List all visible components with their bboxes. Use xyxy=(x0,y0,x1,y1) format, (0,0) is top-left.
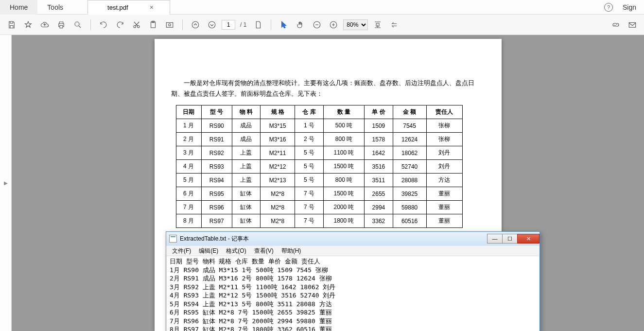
table-row: 7 月RS96缸体M2*87 号2000 吨299459880董丽 xyxy=(176,201,462,214)
svg-point-0 xyxy=(75,22,79,26)
table-cell: M2*8 xyxy=(260,214,295,228)
camera-icon[interactable] xyxy=(163,18,176,32)
table-cell: 上盖 xyxy=(232,160,260,174)
page-up-icon[interactable] xyxy=(189,18,202,32)
table-row: 8 月RS97缸体M2*87 号1800 吨336260516董丽 xyxy=(176,214,462,228)
table-cell: RS96 xyxy=(201,201,232,214)
table-cell: 3362 xyxy=(365,214,393,228)
cursor-icon[interactable] xyxy=(277,18,291,32)
redo-icon[interactable] xyxy=(113,18,127,32)
menu-file[interactable]: 文件(F) xyxy=(168,247,195,255)
table-cell: 董丽 xyxy=(426,214,462,228)
search-icon[interactable] xyxy=(71,18,85,32)
notepad-textarea[interactable]: 日期 型号 物料 规格 仓库 数量 单价 金额 责任人 1月 RS90 成品 M… xyxy=(166,256,540,331)
star-icon[interactable] xyxy=(21,18,35,32)
svg-rect-11 xyxy=(629,22,636,27)
table-cell: M2*12 xyxy=(260,160,295,174)
page-down-icon[interactable] xyxy=(205,18,219,32)
tab-title: test.pdf xyxy=(107,4,128,11)
separator xyxy=(182,19,183,30)
mail-icon[interactable] xyxy=(626,18,639,32)
cut-icon[interactable] xyxy=(130,18,143,32)
scroll-icon[interactable] xyxy=(387,18,401,32)
table-cell: RS93 xyxy=(201,160,232,174)
table-cell: 39825 xyxy=(393,187,426,201)
table-cell: 1 号 xyxy=(295,119,323,133)
table-row: 4 月RS93上盖M2*125 号1500 吨351652740刘丹 xyxy=(176,160,462,174)
svg-point-6 xyxy=(169,23,171,26)
table-cell: 董丽 xyxy=(426,201,462,214)
undo-icon[interactable] xyxy=(97,18,110,32)
sign-button[interactable]: Sign xyxy=(623,3,636,11)
notepad-titlebar[interactable]: ExtractedTable.txt - 记事本 — ☐ ✕ xyxy=(166,232,540,245)
table-cell: M2*11 xyxy=(260,146,295,160)
zoom-out-icon[interactable] xyxy=(310,18,324,32)
table-cell: 7545 xyxy=(393,119,426,133)
table-cell: 5 号 xyxy=(295,160,323,174)
table-cell: 张柳 xyxy=(426,119,462,133)
table-cell: 方达 xyxy=(426,174,462,187)
sidebar-expand[interactable]: ▶ xyxy=(0,35,12,331)
table-cell: 1100 吨 xyxy=(323,146,365,160)
svg-point-8 xyxy=(209,21,215,28)
table-cell: 7 月 xyxy=(176,201,201,214)
zoom-select[interactable]: 80% xyxy=(343,19,368,30)
clipboard-icon[interactable] xyxy=(146,18,160,32)
table-cell: 2655 xyxy=(365,187,393,201)
table-cell: RS91 xyxy=(201,133,232,146)
menu-view[interactable]: 查看(V) xyxy=(250,247,278,255)
tab-close-button[interactable]: × xyxy=(148,3,156,11)
table-cell: 成品 xyxy=(232,119,260,133)
table-cell: 上盖 xyxy=(232,174,260,187)
table-row: 1 月RS90成品M3*151 号500 吨15097545张柳 xyxy=(176,119,462,133)
nav-tools[interactable]: Tools xyxy=(37,0,73,15)
fit-width-icon[interactable] xyxy=(371,18,384,32)
table-cell: 缸体 xyxy=(232,187,260,201)
table-header: 单 价 xyxy=(365,105,393,119)
help-icon[interactable]: ? xyxy=(604,3,613,12)
notepad-window[interactable]: ExtractedTable.txt - 记事本 — ☐ ✕ 文件(F) 编辑(… xyxy=(166,231,540,331)
page-icon[interactable] xyxy=(251,18,265,32)
table-cell: 3511 xyxy=(365,174,393,187)
table-cell: M2*8 xyxy=(260,187,295,201)
table-cell: 5 月 xyxy=(176,174,201,187)
table-cell: 成品 xyxy=(232,133,260,146)
nav-home[interactable]: Home xyxy=(0,0,37,15)
table-cell: 1 月 xyxy=(176,119,201,133)
table-cell: 800 吨 xyxy=(323,133,365,146)
hand-icon[interactable] xyxy=(294,18,307,32)
link-icon[interactable] xyxy=(609,18,623,32)
table-cell: 2994 xyxy=(365,201,393,214)
table-cell: 18062 xyxy=(393,146,426,160)
notepad-app-icon xyxy=(169,235,177,243)
toolbar: / 1 80% xyxy=(0,15,644,35)
maximize-button[interactable]: ☐ xyxy=(502,234,518,244)
table-header: 日期 xyxy=(176,105,201,119)
cloud-upload-icon[interactable] xyxy=(38,18,52,32)
table-cell: 刘丹 xyxy=(426,146,462,160)
page-total: / 1 xyxy=(238,21,248,28)
table-cell: RS90 xyxy=(201,119,232,133)
notepad-menubar: 文件(F) 编辑(E) 格式(O) 查看(V) 帮助(H) xyxy=(166,245,540,256)
table-cell: M3*16 xyxy=(260,133,295,146)
menu-format[interactable]: 格式(O) xyxy=(222,247,250,255)
table-cell: M2*13 xyxy=(260,174,295,187)
document-tab[interactable]: test.pdf × xyxy=(87,0,170,15)
menu-edit[interactable]: 编辑(E) xyxy=(195,247,222,255)
save-icon[interactable] xyxy=(5,18,18,32)
table-cell: 刘丹 xyxy=(426,160,462,174)
minimize-button[interactable]: — xyxy=(487,234,503,244)
table-cell: 7 号 xyxy=(295,214,323,228)
table-cell: 2000 吨 xyxy=(323,201,365,214)
paragraph: 一般是对仓库现有货物的清点整理和统计。主要有这么几项：账面数、盘存数、后边注明盘… xyxy=(171,78,485,99)
table-cell: 28088 xyxy=(393,174,426,187)
table-cell: 1800 吨 xyxy=(323,214,365,228)
zoom-in-icon[interactable] xyxy=(327,18,340,32)
table-cell: 800 吨 xyxy=(323,174,365,187)
close-button[interactable]: ✕ xyxy=(517,234,540,244)
table-header: 仓 库 xyxy=(295,105,323,119)
page-number-input[interactable] xyxy=(222,20,235,30)
table-cell: RS95 xyxy=(201,187,232,201)
menu-help[interactable]: 帮助(H) xyxy=(278,247,305,255)
print-icon[interactable] xyxy=(54,18,68,32)
